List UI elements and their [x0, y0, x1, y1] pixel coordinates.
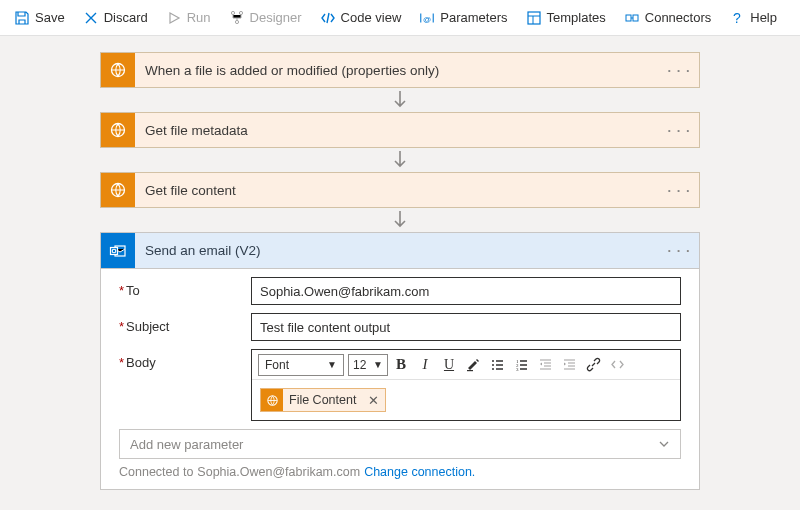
connected-account: Sophia.Owen@fabrikam.com: [197, 465, 360, 479]
number-list-button[interactable]: 123: [510, 354, 532, 376]
save-button[interactable]: Save: [6, 6, 73, 30]
token-label: File Content: [283, 393, 362, 407]
link-button[interactable]: [582, 354, 604, 376]
run-icon: [166, 10, 182, 26]
chevron-down-icon: ▼: [327, 359, 337, 370]
step-trigger-title: When a file is added or modified (proper…: [135, 53, 659, 87]
designer-icon: [229, 10, 245, 26]
body-content[interactable]: File Content ✕: [252, 380, 680, 420]
indent-button[interactable]: [558, 354, 580, 376]
svg-text:3: 3: [516, 367, 519, 372]
field-body: *Body Font▼ 12▼ B I U 123: [119, 349, 681, 421]
svg-rect-6: [633, 15, 638, 21]
help-label: Help: [750, 10, 777, 25]
step-email-menu[interactable]: · · ·: [659, 233, 699, 268]
designer-label: Designer: [250, 10, 302, 25]
codeview-icon: [320, 10, 336, 26]
flow: When a file is added or modified (proper…: [100, 52, 700, 490]
change-connection-link[interactable]: Change connection.: [364, 465, 475, 479]
add-parameter-label: Add new parameter: [130, 437, 243, 452]
run-label: Run: [187, 10, 211, 25]
svg-point-0: [231, 11, 234, 14]
step-metadata[interactable]: Get file metadata · · ·: [100, 112, 700, 148]
svg-rect-12: [111, 247, 118, 254]
svg-point-1: [239, 11, 242, 14]
label-body: *Body: [119, 349, 251, 370]
step-trigger-menu[interactable]: · · ·: [659, 53, 699, 87]
font-size-picker[interactable]: 12▼: [348, 354, 388, 376]
help-icon: ?: [729, 10, 745, 26]
arrow-icon: [100, 148, 700, 172]
arrow-icon: [100, 88, 700, 112]
codeview-button[interactable]: Code view: [312, 6, 410, 30]
outdent-button[interactable]: [534, 354, 556, 376]
save-label: Save: [35, 10, 65, 25]
templates-icon: [526, 10, 542, 26]
discard-label: Discard: [104, 10, 148, 25]
underline-button[interactable]: U: [438, 354, 460, 376]
bold-button[interactable]: B: [390, 354, 412, 376]
chevron-down-icon: [658, 438, 670, 450]
sharepoint-icon: [261, 389, 283, 411]
step-metadata-menu[interactable]: · · ·: [659, 113, 699, 147]
templates-label: Templates: [547, 10, 606, 25]
toolbar: Save Discard Run Designer Code view @ Pa…: [0, 0, 800, 36]
body-editor[interactable]: Font▼ 12▼ B I U 123: [251, 349, 681, 421]
code-toggle-button[interactable]: [606, 354, 628, 376]
templates-button[interactable]: Templates: [518, 6, 614, 30]
arrow-icon: [100, 208, 700, 232]
svg-point-2: [235, 20, 238, 23]
designer-button[interactable]: Designer: [221, 6, 310, 30]
step-content-title: Get file content: [135, 173, 659, 207]
to-input[interactable]: [251, 277, 681, 305]
svg-rect-5: [626, 15, 631, 21]
codeview-label: Code view: [341, 10, 402, 25]
rte-toolbar: Font▼ 12▼ B I U 123: [252, 350, 680, 380]
step-content[interactable]: Get file content · · ·: [100, 172, 700, 208]
token-remove[interactable]: ✕: [362, 393, 385, 408]
save-icon: [14, 10, 30, 26]
font-picker[interactable]: Font▼: [258, 354, 344, 376]
connected-prefix: Connected to: [119, 465, 193, 479]
svg-text:@: @: [423, 14, 431, 23]
svg-point-15: [492, 360, 494, 362]
connectors-label: Connectors: [645, 10, 711, 25]
svg-point-17: [492, 368, 494, 370]
svg-rect-4: [528, 12, 540, 24]
run-button[interactable]: Run: [158, 6, 219, 30]
subject-input[interactable]: [251, 313, 681, 341]
label-subject: *Subject: [119, 313, 251, 334]
connection-info: Connected to Sophia.Owen@fabrikam.com Ch…: [119, 465, 681, 479]
help-button[interactable]: ? Help: [721, 6, 785, 30]
email-body: *To *Subject *Body Font▼ 12▼ B: [101, 269, 699, 421]
chevron-down-icon: ▼: [373, 359, 383, 370]
sharepoint-icon: [101, 173, 135, 207]
svg-text:?: ?: [733, 10, 741, 26]
parameters-label: Parameters: [440, 10, 507, 25]
highlight-button[interactable]: [462, 354, 484, 376]
svg-point-16: [492, 364, 494, 366]
sharepoint-icon: [101, 53, 135, 87]
step-email-title: Send an email (V2): [135, 233, 659, 268]
italic-button[interactable]: I: [414, 354, 436, 376]
field-subject: *Subject: [119, 313, 681, 341]
connectors-icon: [624, 10, 640, 26]
field-to: *To: [119, 277, 681, 305]
token-file-content[interactable]: File Content ✕: [260, 388, 386, 412]
parameters-icon: @: [419, 10, 435, 26]
step-content-menu[interactable]: · · ·: [659, 173, 699, 207]
bullet-list-button[interactable]: [486, 354, 508, 376]
connectors-button[interactable]: Connectors: [616, 6, 719, 30]
label-to: *To: [119, 277, 251, 298]
designer-canvas: When a file is added or modified (proper…: [0, 36, 800, 510]
outlook-icon: [101, 233, 135, 268]
svg-rect-14: [467, 370, 473, 371]
discard-icon: [83, 10, 99, 26]
discard-button[interactable]: Discard: [75, 6, 156, 30]
sharepoint-icon: [101, 113, 135, 147]
add-parameter-dropdown[interactable]: Add new parameter: [119, 429, 681, 459]
step-email: Send an email (V2) · · · *To *Subject *B…: [100, 232, 700, 490]
parameters-button[interactable]: @ Parameters: [411, 6, 515, 30]
step-email-header[interactable]: Send an email (V2) · · ·: [101, 233, 699, 269]
step-trigger[interactable]: When a file is added or modified (proper…: [100, 52, 700, 88]
